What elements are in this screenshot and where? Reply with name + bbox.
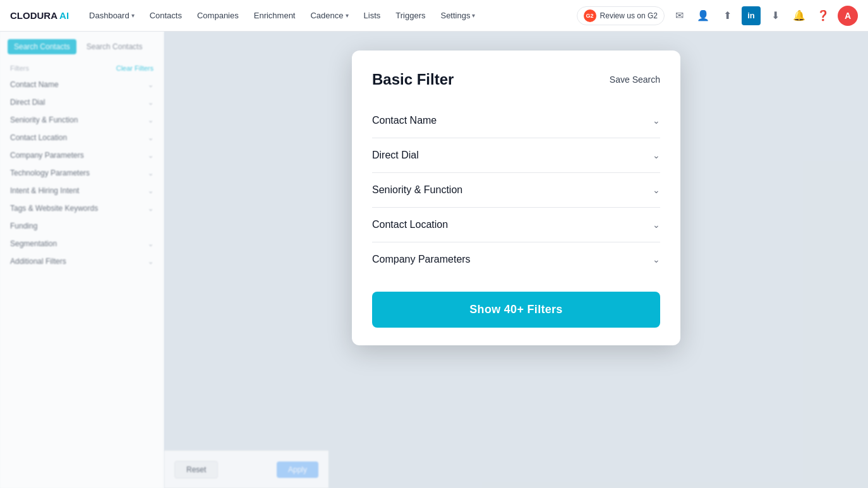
user-avatar[interactable]: A bbox=[838, 6, 858, 26]
sidebar-item-intent-hiring[interactable]: Intent & Hiring Intent ⌄ bbox=[0, 182, 164, 199]
sidebar-item-contact-name[interactable]: Contact Name ⌄ bbox=[0, 76, 164, 93]
navbar: CLODURA AI Dashboard ▾ Contacts Companie… bbox=[0, 0, 868, 32]
nav-cadence[interactable]: Cadence ▾ bbox=[305, 8, 353, 23]
reset-button[interactable]: Reset bbox=[174, 461, 218, 479]
nav-triggers[interactable]: Triggers bbox=[390, 8, 430, 23]
main-layout: Search Contacts Search Contacts Filters … bbox=[0, 32, 868, 488]
content-area: Basic Filter Save Search Contact Name ⌄ … bbox=[164, 32, 868, 488]
tech-params-chevron-icon: ⌄ bbox=[148, 169, 154, 177]
tab-search-contacts[interactable]: Search Contacts bbox=[8, 39, 76, 54]
contact-location-chevron-icon: ⌄ bbox=[148, 134, 154, 142]
sidebar-item-technology-parameters[interactable]: Technology Parameters ⌄ bbox=[0, 164, 164, 182]
nav-settings[interactable]: Settings ▾ bbox=[435, 8, 480, 23]
direct-dial-filter-chevron-icon: ⌄ bbox=[653, 150, 660, 160]
filter-row-direct-dial[interactable]: Direct Dial ⌄ bbox=[372, 138, 660, 173]
g2-logo: G2 bbox=[584, 9, 596, 22]
tab-search-contacts-2[interactable]: Search Contacts bbox=[80, 39, 149, 54]
sidebar-tabs: Search Contacts Search Contacts bbox=[0, 39, 164, 61]
nav-contacts[interactable]: Contacts bbox=[145, 8, 187, 23]
seniority-chevron-icon: ⌄ bbox=[148, 116, 154, 124]
download-icon[interactable]: ⬇ bbox=[766, 6, 785, 25]
help-icon[interactable]: ❓ bbox=[814, 6, 833, 25]
upload-icon[interactable]: ⬆ bbox=[718, 6, 737, 25]
mail-icon[interactable]: ✉ bbox=[670, 6, 689, 25]
intent-chevron-icon: ⌄ bbox=[148, 187, 154, 195]
apply-button[interactable]: Apply bbox=[277, 461, 318, 478]
filter-row-contact-location[interactable]: Contact Location ⌄ bbox=[372, 208, 660, 242]
save-search-button[interactable]: Save Search bbox=[610, 74, 660, 85]
sidebar-bottom-bar: Reset Apply bbox=[164, 450, 329, 488]
modal-header: Basic Filter Save Search bbox=[372, 71, 660, 88]
sidebar: Search Contacts Search Contacts Filters … bbox=[0, 32, 164, 488]
sidebar-item-additional-filters[interactable]: Additional Filters ⌄ bbox=[0, 253, 164, 270]
seniority-filter-chevron-icon: ⌄ bbox=[653, 185, 660, 195]
tags-chevron-icon: ⌄ bbox=[148, 205, 154, 213]
sidebar-item-tags-keywords[interactable]: Tags & Website Keywords ⌄ bbox=[0, 199, 164, 217]
filter-row-contact-name[interactable]: Contact Name ⌄ bbox=[372, 104, 660, 138]
nav-lists[interactable]: Lists bbox=[359, 8, 386, 23]
contact-name-chevron-icon: ⌄ bbox=[148, 81, 154, 89]
show-filters-button[interactable]: Show 40+ Filters bbox=[372, 292, 660, 328]
settings-chevron-icon: ▾ bbox=[472, 12, 475, 19]
sidebar-item-contact-location[interactable]: Contact Location ⌄ bbox=[0, 129, 164, 146]
company-params-filter-chevron-icon: ⌄ bbox=[653, 254, 660, 265]
navbar-right: G2 Review us on G2 ✉ 👤 ⬆ in ⬇ 🔔 ❓ A bbox=[577, 6, 858, 26]
sidebar-item-company-parameters[interactable]: Company Parameters ⌄ bbox=[0, 146, 164, 164]
direct-dial-chevron-icon: ⌄ bbox=[148, 98, 154, 107]
bell-icon[interactable]: 🔔 bbox=[790, 6, 809, 25]
basic-filter-modal: Basic Filter Save Search Contact Name ⌄ … bbox=[352, 51, 680, 345]
sidebar-item-seniority-function[interactable]: Seniority & Function ⌄ bbox=[0, 111, 164, 129]
sidebar-item-direct-dial[interactable]: Direct Dial ⌄ bbox=[0, 93, 164, 111]
dashboard-chevron-icon: ▾ bbox=[131, 12, 135, 19]
filter-row-seniority-function[interactable]: Seniority & Function ⌄ bbox=[372, 173, 660, 208]
nav-dashboard[interactable]: Dashboard ▾ bbox=[84, 8, 140, 23]
g2-review-badge[interactable]: G2 Review us on G2 bbox=[577, 6, 665, 25]
sidebar-item-funding[interactable]: Funding bbox=[0, 217, 164, 235]
linkedin-icon[interactable]: in bbox=[742, 6, 761, 25]
filter-row-company-parameters[interactable]: Company Parameters ⌄ bbox=[372, 242, 660, 277]
nav-enrichment[interactable]: Enrichment bbox=[249, 8, 301, 23]
sidebar-item-segmentation[interactable]: Segmentation ⌄ bbox=[0, 235, 164, 253]
filters-label: Filters bbox=[10, 64, 29, 72]
additional-filters-chevron-icon: ⌄ bbox=[148, 258, 154, 266]
modal-title: Basic Filter bbox=[372, 71, 454, 88]
contact-name-filter-chevron-icon: ⌄ bbox=[653, 116, 660, 126]
nav-companies[interactable]: Companies bbox=[192, 8, 244, 23]
sidebar-filters-header: Filters Clear Filters bbox=[0, 61, 164, 76]
company-params-chevron-icon: ⌄ bbox=[148, 152, 154, 160]
cadence-chevron-icon: ▾ bbox=[346, 12, 349, 19]
clear-filters-button[interactable]: Clear Filters bbox=[116, 64, 154, 72]
segmentation-chevron-icon: ⌄ bbox=[148, 240, 154, 248]
contact-location-filter-chevron-icon: ⌄ bbox=[653, 220, 660, 230]
user-icon[interactable]: 👤 bbox=[694, 6, 713, 25]
logo[interactable]: CLODURA AI bbox=[10, 10, 69, 21]
